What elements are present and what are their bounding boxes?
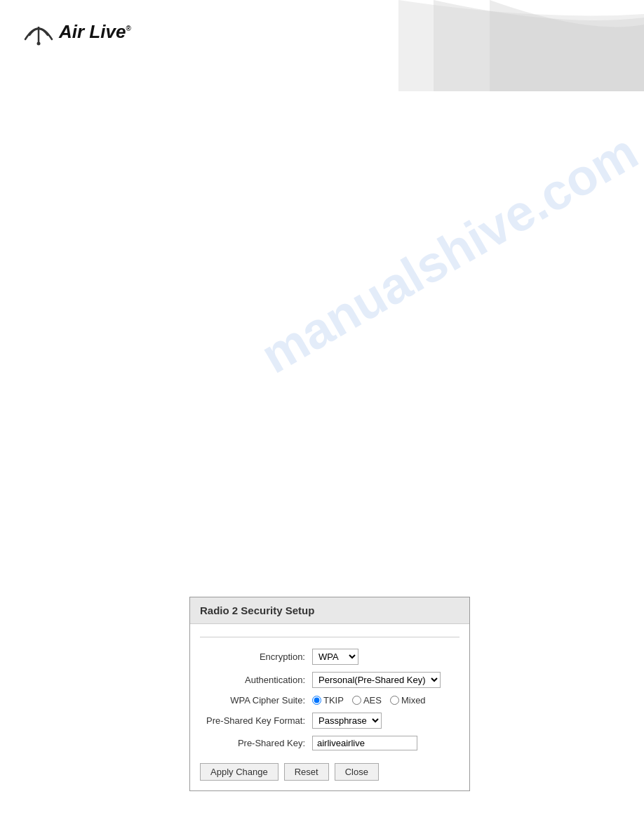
pre-shared-key-input[interactable]: [312, 736, 417, 750]
cipher-mixed-option[interactable]: Mixed: [390, 695, 426, 706]
wpa-cipher-label: WPA Cipher Suite:: [200, 695, 312, 706]
pre-shared-key-row: Pre-Shared Key:: [200, 736, 459, 750]
pre-shared-key-control: [312, 736, 459, 750]
security-setup-dialog: Radio 2 Security Setup Encryption: None …: [189, 597, 470, 791]
dialog-title: Radio 2 Security Setup: [190, 597, 469, 624]
cipher-mixed-label: Mixed: [401, 695, 426, 706]
encryption-control: None WEP WPA WPA2: [312, 649, 459, 665]
wpa-cipher-row: WPA Cipher Suite: TKIP AES Mixed: [200, 695, 459, 706]
pre-shared-key-label: Pre-Shared Key:: [200, 738, 312, 748]
dialog-body: Encryption: None WEP WPA WPA2 Authentica…: [190, 624, 469, 790]
cipher-aes-option[interactable]: AES: [352, 695, 382, 706]
cipher-aes-radio[interactable]: [352, 696, 361, 705]
dialog-buttons: Apply Change Reset Close: [200, 760, 459, 781]
cipher-tkip-label: TKIP: [323, 695, 344, 706]
header: Air Live®: [0, 0, 644, 91]
pre-shared-key-format-row: Pre-Shared Key Format: Passphrase Hex: [200, 713, 459, 729]
cipher-mixed-radio[interactable]: [390, 696, 399, 705]
dialog-separator: [200, 637, 459, 637]
pre-shared-key-format-select[interactable]: Passphrase Hex: [312, 713, 382, 729]
authentication-control: Personal(Pre-Shared Key) Enterprise(RADI…: [312, 672, 459, 688]
reset-button[interactable]: Reset: [284, 763, 329, 781]
cipher-tkip-option[interactable]: TKIP: [312, 695, 344, 706]
encryption-select[interactable]: None WEP WPA WPA2: [312, 649, 358, 665]
encryption-row: Encryption: None WEP WPA WPA2: [200, 649, 459, 665]
authentication-label: Authentication:: [200, 675, 312, 685]
logo-area: Air Live®: [21, 14, 131, 49]
watermark: manualshive.com: [251, 122, 644, 384]
wpa-cipher-control: TKIP AES Mixed: [312, 695, 459, 706]
apply-change-button[interactable]: Apply Change: [200, 763, 279, 781]
cipher-aes-label: AES: [363, 695, 382, 706]
pre-shared-key-format-label: Pre-Shared Key Format:: [200, 715, 312, 726]
authentication-select[interactable]: Personal(Pre-Shared Key) Enterprise(RADI…: [312, 672, 441, 688]
svg-point-1: [37, 42, 41, 46]
wifi-antenna-icon: [21, 14, 56, 49]
pre-shared-key-format-control: Passphrase Hex: [312, 713, 459, 729]
header-swoosh: [293, 0, 644, 91]
authentication-row: Authentication: Personal(Pre-Shared Key)…: [200, 672, 459, 688]
cipher-tkip-radio[interactable]: [312, 696, 321, 705]
encryption-label: Encryption:: [200, 651, 312, 662]
close-button[interactable]: Close: [335, 763, 379, 781]
brand-logo: Air Live®: [59, 21, 131, 43]
